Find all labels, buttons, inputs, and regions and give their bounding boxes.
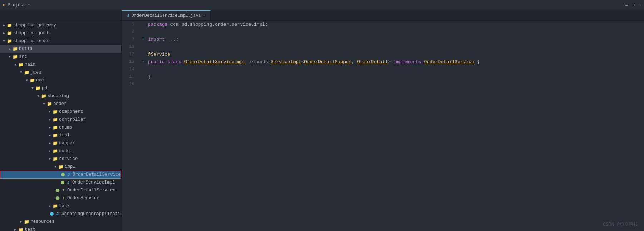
- sidebar-item-order[interactable]: ▼ 📁 order: [0, 100, 121, 108]
- sidebar-item-OrderServiceImpl[interactable]: J OrderServiceImpl: [0, 179, 121, 186]
- sidebar-item-service[interactable]: ▼ 📁 service: [0, 155, 121, 163]
- folder-icon: 📁: [52, 141, 58, 146]
- sidebar-item-pd[interactable]: ▼ 📁 pd: [0, 84, 121, 92]
- line-number: 13: [122, 58, 139, 66]
- dropdown-icon[interactable]: ▾: [28, 3, 30, 7]
- java-badge: [61, 181, 64, 184]
- sidebar-item-task[interactable]: ▶ 📁 task: [0, 202, 121, 210]
- sidebar-item-ShoppingOrderApplication[interactable]: J ShoppingOrderApplication: [0, 210, 121, 218]
- sidebar-item-build[interactable]: ▶ 📁 build: [0, 45, 121, 53]
- sidebar-item-service-impl[interactable]: ▼ 📁 impl: [0, 163, 121, 171]
- folder-icon: 📁: [35, 86, 41, 91]
- active-tab[interactable]: J OrderDetailServiceImpl.java ×: [122, 10, 211, 20]
- sidebar-item-controller[interactable]: ▶ 📁 controller: [0, 116, 121, 124]
- tab-close-button[interactable]: ×: [203, 14, 205, 18]
- folder-icon: 📁: [29, 78, 35, 83]
- app-badge: [50, 212, 54, 216]
- sidebar-item-OrderService[interactable]: I OrderService: [0, 194, 121, 202]
- sidebar-item-shopping-order[interactable]: ▼ 📁 shopping-order: [0, 37, 121, 45]
- folder-icon: 📁: [58, 164, 64, 170]
- sidebar-item-OrderDetailServiceImpl[interactable]: J OrderDetailServiceImpl: [0, 171, 121, 179]
- sidebar-label: shopping-goods: [13, 31, 51, 36]
- sidebar-item-test[interactable]: ▶ 📁 test: [0, 226, 121, 231]
- sidebar-item-model[interactable]: ▶ 📁 model: [0, 147, 121, 155]
- code-line-1: 1 package com.pd.shopping.order.service.…: [122, 21, 644, 28]
- folder-icon: 📁: [52, 109, 58, 115]
- sidebar-label: test: [25, 227, 35, 231]
- line-number: 1: [122, 21, 139, 28]
- sidebar-label: order: [53, 101, 67, 106]
- project-sidebar[interactable]: ▶ 📁 shopping-gateway ▶ 📁 shopping-goods …: [0, 21, 122, 231]
- sidebar-item-resources[interactable]: ▶ 📁 resources: [0, 218, 121, 226]
- sidebar-label: com: [36, 78, 44, 83]
- sidebar-label: impl: [65, 164, 75, 169]
- minimize-icon[interactable]: –: [638, 2, 641, 8]
- line-content: public class OrderDetailServiceImpl exte…: [147, 58, 644, 66]
- code-editor[interactable]: 1 package com.pd.shopping.order.service.…: [122, 21, 644, 231]
- arrow-icon: ▶: [1, 31, 6, 35]
- folder-icon: ▶: [3, 2, 5, 7]
- line-content: }: [147, 73, 644, 81]
- main-layout: ▶ 📁 shopping-gateway ▶ 📁 shopping-goods …: [0, 21, 644, 231]
- sidebar-item-mapper[interactable]: ▶ 📁 mapper: [0, 139, 121, 147]
- java-badge: [61, 173, 65, 176]
- arrow-icon: ▶: [13, 227, 18, 231]
- interface-file-icon: I: [60, 196, 66, 200]
- code-line-14: 14: [122, 66, 644, 73]
- arrow-icon: ▶: [47, 141, 52, 145]
- sidebar-item-src[interactable]: ▼ 📁 src: [0, 53, 121, 61]
- sidebar-label: shopping: [48, 94, 69, 99]
- arrow-icon: ▼: [30, 86, 35, 90]
- arrow-icon: ▶: [47, 110, 52, 114]
- app-file-icon: J: [55, 212, 60, 216]
- folder-icon: 📁: [52, 156, 58, 162]
- arrow-icon: ▶: [1, 23, 6, 27]
- arrow-icon: ▶: [47, 117, 52, 122]
- sidebar-label: controller: [59, 117, 86, 122]
- arrow-icon: ▶: [19, 220, 24, 224]
- sidebar-item-main[interactable]: ▼ 📁 main: [0, 61, 121, 69]
- gutter-run[interactable]: →: [139, 58, 147, 66]
- folder-icon: 📁: [52, 204, 58, 209]
- folder-icon: 📁: [52, 133, 58, 138]
- sidebar-item-OrderDetailService[interactable]: I OrderDetailService: [0, 186, 121, 194]
- project-label[interactable]: Project: [8, 2, 25, 7]
- folder-icon: 📁: [6, 31, 12, 36]
- folder-icon: 📁: [18, 62, 24, 67]
- arrow-icon: ▶: [47, 125, 52, 130]
- sidebar-item-shopping-goods[interactable]: ▶ 📁 shopping-goods: [0, 29, 121, 37]
- settings-icon[interactable]: ≡: [625, 2, 628, 8]
- sidebar-item-shopping[interactable]: ▼ 📁 shopping: [0, 92, 121, 100]
- folder-icon: 📁: [41, 94, 46, 99]
- line-content: package com.pd.shopping.order.service.im…: [147, 21, 644, 28]
- line-number: 16: [122, 81, 139, 88]
- sidebar-item-component[interactable]: ▶ 📁 component: [0, 108, 121, 116]
- top-bar: ▶ Project ▾ ≡ ⊡ –: [0, 0, 644, 10]
- layout-icon[interactable]: ⊡: [631, 2, 634, 8]
- sidebar-item-com[interactable]: ▼ 📁 com: [0, 76, 121, 84]
- folder-icon: 📁: [12, 54, 18, 60]
- sidebar-item-java[interactable]: ▼ 📁 java: [0, 69, 121, 76]
- sidebar-label: model: [59, 149, 73, 154]
- arrow-icon: ▼: [19, 71, 24, 75]
- arrow-icon: ▶: [7, 47, 12, 51]
- arrow-icon: ▼: [7, 55, 12, 59]
- sidebar-item-order-impl[interactable]: ▶ 📁 impl: [0, 131, 121, 139]
- watermark-text: CSDN @预立科技: [603, 222, 638, 227]
- gutter[interactable]: +: [139, 36, 147, 43]
- folder-icon: 📁: [52, 149, 58, 154]
- tab-bar: J OrderDetailServiceImpl.java ×: [0, 10, 644, 21]
- interface-file-icon: I: [60, 188, 66, 192]
- interface-badge: [56, 196, 59, 200]
- sidebar-label: src: [19, 54, 27, 59]
- code-line-15: 15 }: [122, 73, 644, 81]
- sidebar-item-shopping-gateway[interactable]: ▶ 📁 shopping-gateway: [0, 21, 121, 29]
- sidebar-item-enums[interactable]: ▶ 📁 enums: [0, 124, 121, 131]
- sidebar-label: main: [25, 62, 35, 67]
- arrow-icon: ▶: [47, 204, 52, 208]
- sidebar-label: java: [30, 70, 41, 75]
- arrow-icon: ▼: [13, 63, 18, 67]
- arrow-icon: ▼: [53, 165, 58, 169]
- code-line-2: 2: [122, 28, 644, 36]
- line-number: 3: [122, 36, 139, 43]
